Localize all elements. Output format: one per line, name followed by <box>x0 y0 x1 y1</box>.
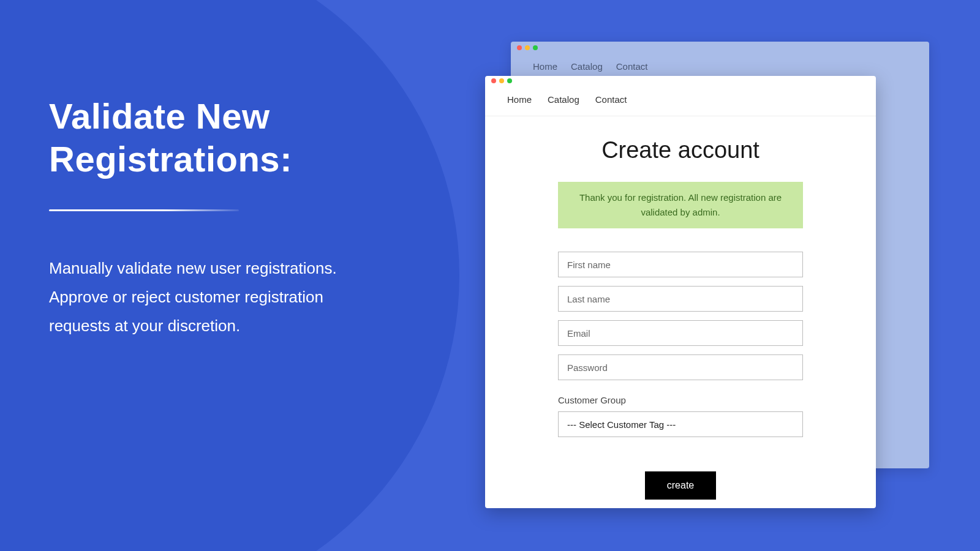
maximize-icon[interactable] <box>507 78 512 83</box>
hero-text: Validate New Registrations: Manually val… <box>49 95 368 340</box>
close-icon[interactable] <box>491 78 496 83</box>
nav-front: Home Catalog Contact <box>485 86 876 116</box>
customer-group-label: Customer Group <box>558 395 803 405</box>
nav-front-contact[interactable]: Contact <box>595 94 627 105</box>
window-titlebar-front <box>485 76 876 86</box>
hero-description: Manually validate new user registrations… <box>49 254 368 340</box>
form-title: Create account <box>601 137 760 163</box>
nav-front-home[interactable]: Home <box>507 94 532 105</box>
nav-back-contact[interactable]: Contact <box>616 61 648 72</box>
create-account-form: Create account Thank you for registratio… <box>485 116 876 508</box>
last-name-placeholder: Last name <box>567 294 610 304</box>
password-placeholder: Password <box>567 362 608 373</box>
first-name-placeholder: First name <box>567 260 611 270</box>
hero-heading-line1: Validate New <box>49 96 270 136</box>
hero-heading: Validate New Registrations: <box>49 95 368 180</box>
hero-heading-line2: Registrations: <box>49 139 292 179</box>
hero-divider <box>49 209 239 211</box>
last-name-input[interactable]: Last name <box>558 286 803 312</box>
minimize-icon[interactable] <box>525 45 530 50</box>
nav-front-catalog[interactable]: Catalog <box>548 94 579 105</box>
create-button-label: create <box>667 480 694 490</box>
success-alert: Thank you for registration. All new regi… <box>558 182 803 228</box>
create-button[interactable]: create <box>645 471 716 500</box>
customer-group-select[interactable]: --- Select Customer Tag --- <box>558 411 803 437</box>
password-input[interactable]: Password <box>558 354 803 380</box>
first-name-input[interactable]: First name <box>558 252 803 277</box>
nav-back-home[interactable]: Home <box>533 61 557 72</box>
email-input[interactable]: Email <box>558 320 803 346</box>
email-placeholder: Email <box>567 328 590 339</box>
browser-window-front: Home Catalog Contact Create account Than… <box>485 76 876 508</box>
close-icon[interactable] <box>517 45 522 50</box>
customer-group-selected: --- Select Customer Tag --- <box>567 419 676 430</box>
nav-back-catalog[interactable]: Catalog <box>571 61 603 72</box>
window-titlebar-back <box>511 42 929 54</box>
maximize-icon[interactable] <box>533 45 538 50</box>
minimize-icon[interactable] <box>499 78 504 83</box>
